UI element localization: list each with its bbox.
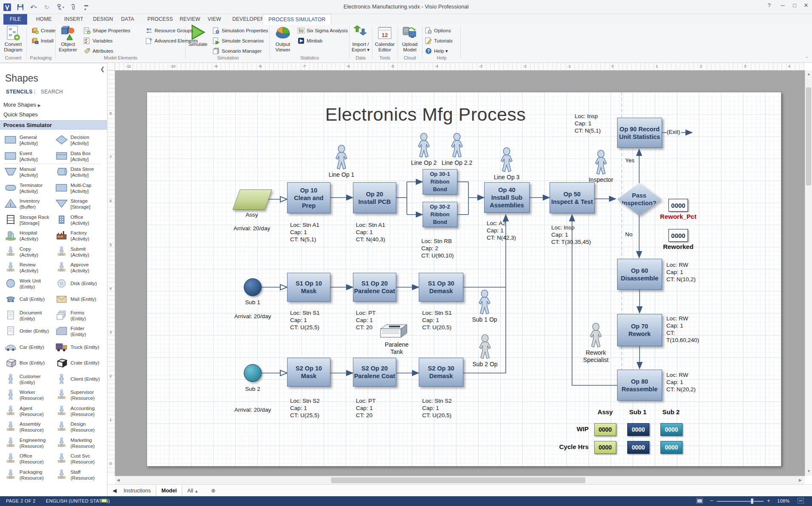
stencil-shape-office[interactable]: Office(Resource) <box>3 452 54 467</box>
stencil-shape-databox[interactable]: Data Box[Activity] <box>54 149 104 164</box>
ribbon-button-import-export[interactable]: Import /Export ▾ <box>347 25 374 53</box>
ribbon-button-shape-properties[interactable]: Shape Properties <box>83 26 130 35</box>
status-language[interactable]: ENGLISH (UNITED STATES) <box>46 498 110 503</box>
stencil-shape-staff[interactable]: Staff(Resource) <box>54 468 104 483</box>
ribbon-tab-process-simulator[interactable]: PROCESS SIMULATOR <box>262 14 331 25</box>
stencil-shape-copy[interactable]: Copy(Activity) <box>3 245 54 260</box>
zoom-slider-thumb[interactable] <box>751 498 753 504</box>
person-lineop22[interactable] <box>448 133 465 159</box>
ribbon-tab-home[interactable]: HOME <box>31 14 57 25</box>
vertical-scroll-thumb[interactable] <box>806 88 811 185</box>
close-button[interactable]: ✕ <box>800 0 812 11</box>
stencil-shape-storagerack[interactable]: Storage Rack[Storage] <box>3 213 54 228</box>
zoom-out-button[interactable]: − <box>710 498 713 504</box>
scroll-left-icon[interactable]: ◀ <box>117 478 120 482</box>
help-window-button[interactable]: ? <box>763 0 775 11</box>
minimize-button[interactable]: ─ <box>776 0 789 11</box>
stencil-shape-hospital[interactable]: Hospital(Activity) <box>3 229 54 244</box>
stencil-shape-factory[interactable]: Factory(Activity) <box>54 229 104 244</box>
ribbon-button-advanced-elements[interactable]: Advanced Elements <box>145 37 198 45</box>
stencil-shape-packaging[interactable]: Packaging(Resource) <box>3 468 54 483</box>
tab-search[interactable]: SEARCH <box>41 89 63 95</box>
ribbon-tab-process[interactable]: PROCESS <box>142 14 178 25</box>
active-stencil-item[interactable]: Process Simulator <box>0 120 107 130</box>
person-rework-specialist[interactable] <box>586 323 605 349</box>
shape-pass-inspection[interactable]: PassInspection? <box>617 183 661 215</box>
status-macro-icon[interactable] <box>101 498 107 504</box>
shape-s2op30[interactable]: S2 Op 30Demask <box>419 358 463 387</box>
ribbon-button-variables[interactable]: Variables <box>83 37 113 45</box>
stencil-shape-agent[interactable]: Agent(Resource) <box>3 404 54 419</box>
person-inspector[interactable] <box>592 150 609 176</box>
ribbon-button-convert-diagram[interactable]: ConvertDiagram <box>0 25 26 53</box>
horizontal-scrollbar[interactable]: ◀ ▶ <box>115 476 805 484</box>
ribbon-button-simulation-properties[interactable]: Simulation Properties <box>212 26 268 35</box>
page-tab-instructions[interactable]: Instructions <box>118 485 156 497</box>
ribbon-button-output-viewer[interactable]: OutputViewer <box>270 25 296 53</box>
ribbon-button-tutorials[interactable]: Tutorials <box>425 37 453 45</box>
stencil-shape-multi-cap[interactable]: Multi-Cap[Activity] <box>54 181 104 196</box>
stencil-shape-terminator[interactable]: Terminator[Activity] <box>3 181 54 196</box>
scroll-up-icon[interactable]: ▲ <box>807 72 811 76</box>
stencil-shape-manual[interactable]: Manual[Activity] <box>3 165 54 180</box>
stencil-shape-accounting[interactable]: Accounting(Resource) <box>54 404 104 419</box>
stencil-shape-forms[interactable]: Forms(Entity) <box>54 308 104 324</box>
ribbon-tab-design[interactable]: DESIGN <box>87 14 118 25</box>
zoom-slider[interactable] <box>717 501 764 502</box>
ribbon-button-help-[interactable]: ?Help ▾ <box>425 47 448 55</box>
person-lineop2[interactable] <box>415 133 432 159</box>
stencil-shape-approve[interactable]: Approve(Activity) <box>54 260 104 276</box>
shape-s2op10[interactable]: S2 Op 10Mask <box>287 358 330 387</box>
maximize-button[interactable]: □ <box>788 0 801 11</box>
shape-op30-2[interactable]: Op 30-2RibbonBond <box>423 202 457 227</box>
ribbon-tab-data[interactable]: DATA <box>116 14 140 25</box>
stencil-shape-box(entity)[interactable]: Box (Entity) <box>3 356 54 371</box>
stencil-shape-storage[interactable]: Storage[Storage] <box>54 197 104 212</box>
fit-page-icon[interactable] <box>798 498 804 504</box>
ribbon-button-scenario-manager[interactable]: Scenario Manager <box>212 47 262 55</box>
stencil-shape-document[interactable]: Document(Entity) <box>3 308 54 324</box>
status-page-indicator[interactable]: PAGE 2 OF 2 <box>6 498 36 503</box>
stencil-shape-assembly[interactable]: Assembly(Resource) <box>3 420 54 435</box>
ribbon-button-object-explorer[interactable]: ObjectExplorer <box>55 25 81 53</box>
all-pages-dropdown[interactable]: All ▲ <box>182 485 203 497</box>
shape-op60[interactable]: Op 60Disassemble <box>617 259 662 290</box>
more-shapes-item[interactable]: More Shapes ▶ <box>3 102 41 108</box>
tab-stencils[interactable]: STENCILS <box>6 89 33 95</box>
shape-sub2-entity[interactable] <box>244 364 262 382</box>
ribbon-tab-insert[interactable]: INSERT <box>59 14 89 25</box>
person-sub2op[interactable] <box>476 334 493 361</box>
stencil-shape-inventory[interactable]: I Inventory(Buffer) <box>3 197 54 212</box>
shape-s2op20[interactable]: S2 Op 20Paralene Coat <box>353 358 396 387</box>
ribbon-button-calendar-editor[interactable]: 12CalendarEditor <box>372 25 398 53</box>
ribbon-button-simulate-scenarios[interactable]: Simulate Scenarios <box>212 37 264 45</box>
shape-op20[interactable]: Op 20Install PCB <box>353 182 396 213</box>
stencil-shape-general[interactable]: General[Activity] <box>3 133 54 148</box>
stencil-shape-car(entity)[interactable]: Car (Entity) <box>3 340 54 356</box>
drawing-canvas[interactable]: Electronics Mfg Process Op 10Clean and P… <box>115 71 805 476</box>
stencil-shape-folder[interactable]: Folder(Entity) <box>54 324 104 339</box>
ribbon-tab-file[interactable]: FILE <box>3 14 27 25</box>
stencil-shape-event[interactable]: Event[Activity] <box>3 149 54 164</box>
vertical-scrollbar[interactable]: ▲ ▼ <box>805 71 812 476</box>
stencil-shape-customer[interactable]: Customer(Entity) <box>3 372 54 387</box>
drawing-page[interactable]: Electronics Mfg Process Op 10Clean and P… <box>147 92 781 466</box>
stencil-shape-order(entity)[interactable]: Order (Entity) <box>3 324 54 339</box>
zoom-in-button[interactable]: + <box>767 498 770 504</box>
equipment-paralene-tank[interactable] <box>380 324 414 342</box>
ribbon-button-options[interactable]: Options <box>425 26 451 35</box>
collapse-ribbon-icon[interactable]: ⌃ <box>805 56 809 61</box>
stencil-shape-call(entity)[interactable]: ☎ Call (Entity) <box>3 292 54 308</box>
shape-op90[interactable]: Op 90 RecordUnit Statistics <box>617 118 662 148</box>
ribbon-button-minitab[interactable]: Minitab <box>297 37 322 45</box>
scroll-right-icon[interactable]: ▶ <box>799 478 802 482</box>
horizontal-scroll-thumb[interactable] <box>331 478 585 483</box>
ribbon-button-six-sigma-analysis[interactable]: 6σSix Sigma Analysis <box>297 26 348 35</box>
stencil-shape-office[interactable]: Office(Activity) <box>54 213 104 228</box>
stencil-shape-truck(entity)[interactable]: Truck (Entity) <box>54 340 104 356</box>
ribbon-tab-view[interactable]: VIEW <box>202 14 226 25</box>
quick-shapes-item[interactable]: Quick Shapes <box>3 111 38 118</box>
shape-sub1-entity[interactable] <box>244 278 262 296</box>
shape-op30-1[interactable]: Op 30-1RibbonBond <box>423 169 457 195</box>
stencil-shape-mail(entity)[interactable]: Mail (Entity) <box>54 292 104 308</box>
